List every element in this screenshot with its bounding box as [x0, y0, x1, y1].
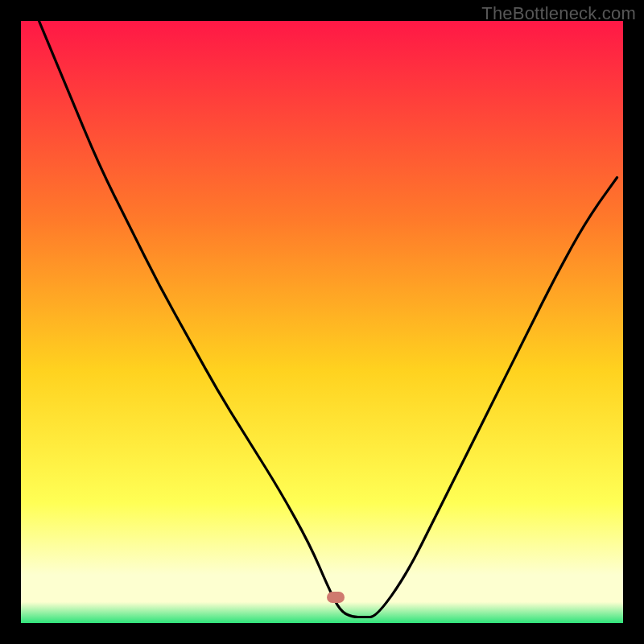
watermark-text: TheBottleneck.com: [481, 3, 636, 24]
plot-area: [21, 21, 623, 623]
chart-frame: TheBottleneck.com: [0, 0, 644, 644]
optimal-marker: [327, 592, 345, 603]
bottleneck-curve: [21, 21, 623, 623]
